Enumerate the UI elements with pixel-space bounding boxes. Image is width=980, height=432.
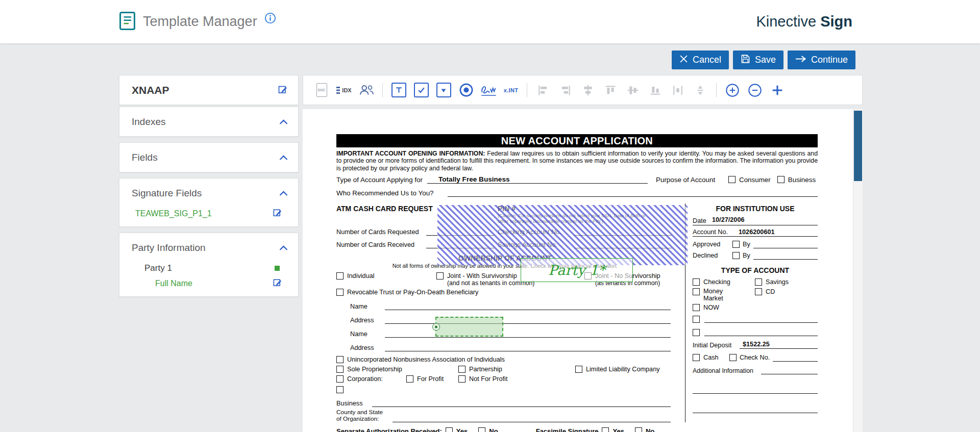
save-icon [741,54,750,66]
checkbox [336,272,344,279]
align-right-icon[interactable] [556,80,575,100]
document-icon[interactable]: DOC [312,80,331,100]
initials-field-icon[interactable]: x.INT [502,80,520,100]
zoom-in-icon[interactable] [723,80,742,100]
template-sidebar: XNAAP Indexes Fields Signature Fields TE… [119,75,299,302]
checkbox [602,427,609,432]
signature-field-icon[interactable] [479,80,498,100]
checkbox [336,356,344,363]
indexes-card: Indexes [119,107,299,137]
checkbox [777,176,785,183]
zoom-out-icon[interactable] [746,80,764,100]
document-page[interactable]: NEW ACCOUNT APPLICATION IMPORTANT ACCOUN… [303,109,853,432]
continue-icon [795,55,806,65]
form-intro: IMPORTANT ACCOUNT OPENING INFORMATION: F… [336,150,818,172]
brand-regular: Kinective [756,13,816,30]
brand-logo: Kinective Sign [756,13,852,30]
party-field-name: Full Name [155,279,192,288]
toolbar-separator [527,83,527,97]
checkbox [729,354,737,361]
checkbox-field-icon[interactable] [412,80,430,100]
fullname-field-overlay[interactable] [435,317,503,337]
checkbox [693,278,700,286]
save-button[interactable]: Save [733,50,783,69]
page-title: Template Manager [143,11,257,32]
party-field-item[interactable]: Full Name [119,277,298,296]
sidebar-section-indexes[interactable]: Indexes [119,107,298,136]
checkbox [436,272,444,279]
form-footer-row: Separate Authorization Received: Yes No … [336,427,818,432]
fields-card: Fields [119,142,299,172]
signature-placeholder-overlay[interactable]: Party 1* [521,258,633,282]
signature-field-name: TEAWEB_SIG_P1_1 [135,209,212,218]
party-status-square [275,266,280,271]
edit-signature-field-icon[interactable] [273,208,282,219]
toolbar-separator [716,83,717,97]
align-bottom-icon[interactable] [646,80,665,100]
chevron-up-icon [279,243,288,252]
sidebar-section-party-information[interactable]: Party Information [119,233,298,262]
checkbox [755,288,762,295]
checkbox [336,375,344,383]
toolbar-separator [382,83,383,97]
brand-bold: Sign [820,13,852,30]
checkbox [732,252,740,259]
align-top-icon[interactable] [601,80,620,100]
edit-party-field-icon[interactable] [273,277,282,289]
checkbox [336,289,344,296]
chevron-up-icon [279,189,288,198]
template-name-card: XNAAP [119,75,299,105]
scrollbar-thumb[interactable] [854,111,862,181]
signature-field-overlay[interactable] [437,205,688,265]
distribute-horizontal-icon[interactable] [669,80,687,100]
center-field-icon[interactable] [768,80,787,100]
cancel-label: Cancel [693,55,721,65]
signature-fields-card: Signature Fields TEAWEB_SIG_P1_1 [119,178,299,227]
form-right-column: FOR INSTITUTION USE Date 10/27/2006 Acco… [685,204,818,422]
app-header: Template Manager Kinective Sign [0,0,980,43]
cancel-icon [679,55,688,66]
checkbox [478,427,485,432]
checkbox [406,375,413,383]
sidebar-section-fields[interactable]: Fields [119,143,298,172]
save-label: Save [755,55,776,65]
checkbox [693,354,700,361]
chevron-up-icon [279,153,288,162]
checkbox [693,316,700,323]
checkbox [635,427,642,432]
cancel-button[interactable]: Cancel [672,50,729,69]
index-icon[interactable]: IDX [335,80,353,100]
dropdown-field-icon[interactable] [434,80,453,100]
checkbox [755,278,762,286]
checkbox [693,288,700,295]
align-middle-icon[interactable] [624,80,642,100]
parties-icon[interactable] [357,80,376,100]
checkbox [458,366,465,373]
distribute-vertical-icon[interactable] [691,80,709,100]
checkbox [336,366,344,373]
signature-field-item[interactable]: TEAWEB_SIG_P1_1 [119,208,298,226]
align-center-horizontal-icon[interactable] [579,80,597,100]
field-toolbar: DOC IDX x.INT [303,75,863,105]
type-of-account-value: Totally Free Business [427,175,648,184]
edit-template-icon[interactable] [278,84,288,96]
form-content: NEW ACCOUNT APPLICATION IMPORTANT ACCOUN… [336,134,818,432]
checkbox [693,304,700,311]
template-manager-icon [119,11,136,33]
continue-label: Continue [811,55,848,65]
chevron-up-icon [279,117,288,126]
info-icon[interactable] [264,12,276,26]
continue-button[interactable]: Continue [788,50,855,69]
checkbox [728,176,736,183]
radio-field-icon[interactable] [457,80,475,100]
vertical-scrollbar[interactable] [853,109,863,432]
field-anchor-icon [432,323,440,331]
checkbox [336,386,344,393]
align-left-icon[interactable] [534,80,552,100]
text-field-icon[interactable] [389,80,408,100]
party-item[interactable]: Party 1 [119,262,298,277]
who-recommended-row: Who Recommended Us to You? [336,189,818,197]
template-name: XNAAP [132,84,169,96]
sidebar-section-signature-fields[interactable]: Signature Fields [119,179,298,208]
checkbox [575,366,582,373]
